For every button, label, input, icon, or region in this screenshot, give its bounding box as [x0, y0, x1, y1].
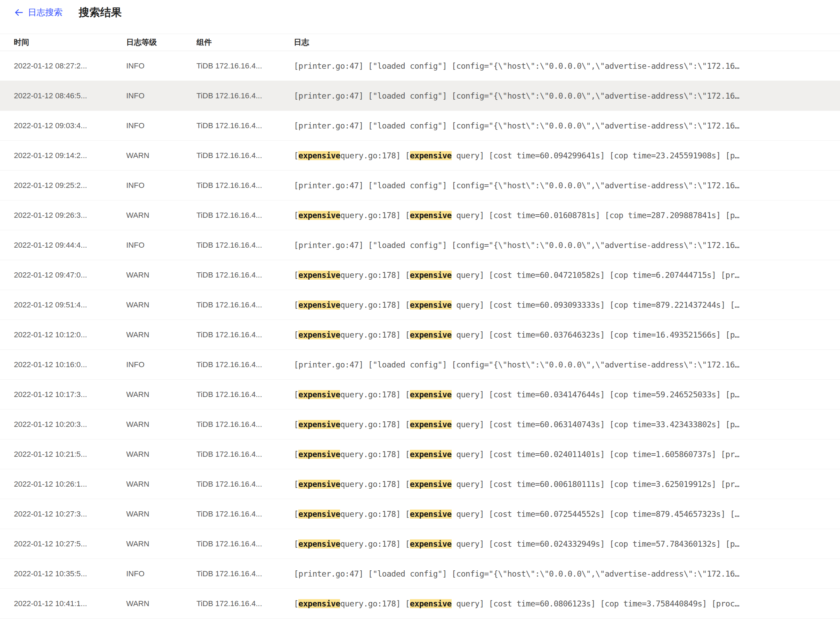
- search-keyword-highlight: expensive: [298, 540, 340, 548]
- cell-level: WARN: [126, 510, 196, 519]
- cell-log: [expensivequery.go:178] [expensive_query…: [294, 271, 832, 280]
- search-keyword-highlight: expensive: [410, 151, 452, 160]
- table-row[interactable]: 2022-01-12 10:16:0... INFO TiDB 172.16.1…: [0, 350, 840, 380]
- search-keyword-highlight: expensive: [410, 271, 452, 280]
- cell-level: WARN: [126, 390, 196, 399]
- table-row[interactable]: 2022-01-12 09:03:4... INFO TiDB 172.16.1…: [0, 111, 840, 141]
- search-keyword-highlight: expensive: [298, 331, 340, 339]
- cell-component: TiDB 172.16.16.4...: [196, 61, 294, 71]
- table-row[interactable]: 2022-01-12 10:27:3... WARN TiDB 172.16.1…: [0, 499, 840, 529]
- cell-level: INFO: [126, 181, 196, 190]
- search-keyword-highlight: expensive: [298, 301, 340, 310]
- cell-time: 2022-01-12 09:26:3...: [14, 211, 126, 220]
- cell-component: TiDB 172.16.16.4...: [196, 181, 294, 190]
- arrow-left-icon: [14, 8, 24, 17]
- search-keyword-highlight: expensive: [410, 450, 452, 459]
- back-link[interactable]: 日志搜索: [14, 8, 63, 17]
- cell-time: 2022-01-12 09:44:4...: [14, 241, 126, 250]
- table-row[interactable]: 2022-01-12 10:27:5... WARN TiDB 172.16.1…: [0, 529, 840, 559]
- cell-time: 2022-01-12 10:16:0...: [14, 360, 126, 369]
- cell-component: TiDB 172.16.16.4...: [196, 331, 294, 339]
- search-keyword-highlight: expensive: [410, 420, 452, 429]
- cell-time: 2022-01-12 10:20:3...: [14, 420, 126, 429]
- cell-level: WARN: [126, 271, 196, 280]
- cell-time: 2022-01-12 09:25:2...: [14, 181, 126, 190]
- table-row[interactable]: 2022-01-12 09:14:2... WARN TiDB 172.16.1…: [0, 141, 840, 170]
- table-row[interactable]: 2022-01-12 09:44:4... INFO TiDB 172.16.1…: [0, 230, 840, 260]
- cell-level: WARN: [126, 480, 196, 489]
- cell-log: [expensivequery.go:178] [expensive_query…: [294, 510, 832, 519]
- cell-component: TiDB 172.16.16.4...: [196, 151, 294, 160]
- table-row[interactable]: 2022-01-12 10:12:0... WARN TiDB 172.16.1…: [0, 320, 840, 350]
- cell-component: TiDB 172.16.16.4...: [196, 540, 294, 548]
- table-row[interactable]: 2022-01-12 10:35:5... INFO TiDB 172.16.1…: [0, 559, 840, 589]
- cell-log: [expensivequery.go:178] [expensive_query…: [294, 540, 832, 548]
- search-keyword-highlight: expensive: [298, 271, 340, 280]
- table-row[interactable]: 2022-01-12 09:26:3... WARN TiDB 172.16.1…: [0, 200, 840, 230]
- table-row[interactable]: 2022-01-12 08:46:5... INFO TiDB 172.16.1…: [0, 81, 840, 111]
- cell-component: TiDB 172.16.16.4...: [196, 569, 294, 578]
- cell-time: 2022-01-12 09:03:4...: [14, 121, 126, 130]
- cell-time: 2022-01-12 10:17:3...: [14, 390, 126, 399]
- cell-component: TiDB 172.16.16.4...: [196, 450, 294, 459]
- search-keyword-highlight: expensive: [298, 420, 340, 429]
- cell-level: INFO: [126, 569, 196, 578]
- cell-component: TiDB 172.16.16.4...: [196, 480, 294, 489]
- search-keyword-highlight: expensive: [410, 510, 452, 519]
- cell-level: WARN: [126, 450, 196, 459]
- cell-component: TiDB 172.16.16.4...: [196, 420, 294, 429]
- cell-log: [expensivequery.go:178] [expensive_query…: [294, 420, 832, 429]
- cell-level: WARN: [126, 301, 196, 310]
- cell-level: INFO: [126, 241, 196, 250]
- cell-log: [expensivequery.go:178] [expensive_query…: [294, 301, 832, 310]
- table-header-row: 时间 日志等级 组件 日志: [0, 34, 840, 51]
- search-keyword-highlight: expensive: [410, 211, 452, 220]
- search-keyword-highlight: expensive: [298, 390, 340, 399]
- cell-log: [printer.go:47] ["loaded config"] [confi…: [294, 121, 832, 130]
- table-row[interactable]: 2022-01-12 08:27:2... INFO TiDB 172.16.1…: [0, 51, 840, 81]
- cell-log: [expensivequery.go:178] [expensive_query…: [294, 211, 832, 220]
- table-row[interactable]: 2022-01-12 09:47:0... WARN TiDB 172.16.1…: [0, 260, 840, 290]
- table-row[interactable]: 2022-01-12 10:41:1... WARN TiDB 172.16.1…: [0, 589, 840, 619]
- cell-time: 2022-01-12 09:47:0...: [14, 271, 126, 280]
- table-row[interactable]: 2022-01-12 10:17:3... WARN TiDB 172.16.1…: [0, 380, 840, 409]
- cell-level: WARN: [126, 211, 196, 220]
- cell-time: 2022-01-12 08:46:5...: [14, 91, 126, 101]
- log-search-results-page: 日志搜索 搜索结果 时间 日志等级 组件 日志 2022-01-12 08:27…: [0, 0, 840, 628]
- cell-component: TiDB 172.16.16.4...: [196, 599, 294, 608]
- table-row[interactable]: 2022-01-12 10:21:5... WARN TiDB 172.16.1…: [0, 439, 840, 469]
- search-keyword-highlight: expensive: [298, 480, 340, 489]
- search-keyword-highlight: expensive: [298, 450, 340, 459]
- cell-component: TiDB 172.16.16.4...: [196, 91, 294, 101]
- cell-time: 2022-01-12 09:14:2...: [14, 151, 126, 160]
- cell-component: TiDB 172.16.16.4...: [196, 301, 294, 310]
- cell-level: WARN: [126, 599, 196, 608]
- cell-log: [expensivequery.go:178] [expensive_query…: [294, 480, 832, 489]
- cell-level: INFO: [126, 360, 196, 369]
- cell-log: [printer.go:47] ["loaded config"] [confi…: [294, 61, 832, 71]
- cell-component: TiDB 172.16.16.4...: [196, 360, 294, 369]
- search-keyword-highlight: expensive: [410, 540, 452, 548]
- cell-log: [printer.go:47] ["loaded config"] [confi…: [294, 569, 832, 578]
- cell-level: WARN: [126, 420, 196, 429]
- cell-log: [printer.go:47] ["loaded config"] [confi…: [294, 241, 832, 250]
- table-row[interactable]: 2022-01-12 10:20:3... WARN TiDB 172.16.1…: [0, 409, 840, 439]
- cell-time: 2022-01-12 10:21:5...: [14, 450, 126, 459]
- cell-log: [expensivequery.go:178] [expensive_query…: [294, 450, 832, 459]
- column-header-log: 日志: [294, 37, 832, 47]
- search-keyword-highlight: expensive: [298, 151, 340, 160]
- search-keyword-highlight: expensive: [298, 211, 340, 220]
- cell-time: 2022-01-12 10:41:1...: [14, 599, 126, 608]
- search-keyword-highlight: expensive: [410, 331, 452, 339]
- table-body: 2022-01-12 08:27:2... INFO TiDB 172.16.1…: [0, 51, 840, 619]
- cell-log: [expensivequery.go:178] [expensive_query…: [294, 390, 832, 399]
- cell-time: 2022-01-12 09:51:4...: [14, 301, 126, 310]
- cell-log: [printer.go:47] ["loaded config"] [confi…: [294, 181, 832, 190]
- cell-component: TiDB 172.16.16.4...: [196, 121, 294, 130]
- table-row[interactable]: 2022-01-12 09:51:4... WARN TiDB 172.16.1…: [0, 290, 840, 320]
- cell-component: TiDB 172.16.16.4...: [196, 390, 294, 399]
- table-row[interactable]: 2022-01-12 09:25:2... INFO TiDB 172.16.1…: [0, 170, 840, 200]
- log-results-table: 时间 日志等级 组件 日志 2022-01-12 08:27:2... INFO…: [0, 34, 840, 619]
- page-title: 搜索结果: [79, 7, 122, 18]
- table-row[interactable]: 2022-01-12 10:26:1... WARN TiDB 172.16.1…: [0, 469, 840, 499]
